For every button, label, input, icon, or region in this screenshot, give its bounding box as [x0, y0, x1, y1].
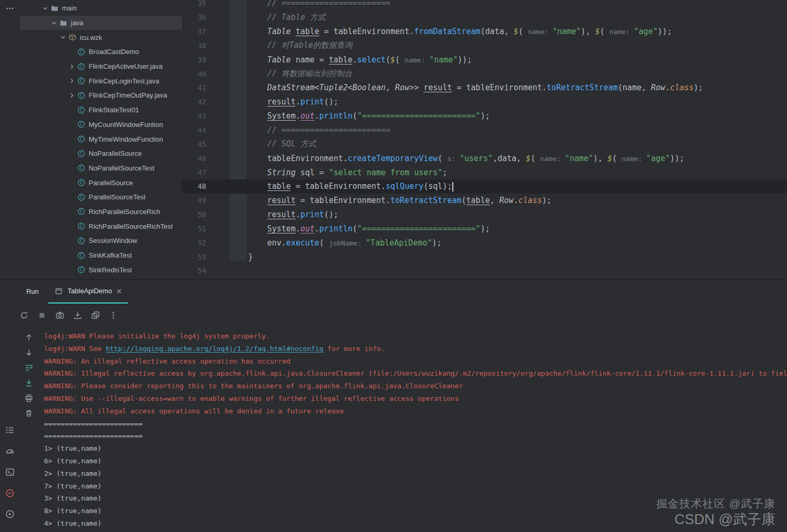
dump-icon[interactable] [72, 310, 83, 321]
line-number: 35 [182, 0, 206, 7]
watermark-line1: 掘金技术社区 @武子康 [656, 496, 775, 511]
chevron-spacer [68, 207, 76, 216]
console-text: WARNING: Use --illegal-access=warn to en… [44, 395, 459, 402]
code-line-49[interactable]: 49result = tableEnvironment.toRetractStr… [182, 194, 787, 208]
soft-wrap-icon[interactable] [24, 363, 34, 373]
console-link[interactable]: http://logging.apache.org/log4j/1.2/faq.… [105, 345, 323, 353]
chevron-spacer [68, 237, 76, 245]
code-line-42[interactable]: 42result.print(); [182, 95, 787, 109]
code-line-45[interactable]: 45// SQL 方式 [182, 137, 787, 151]
tree-item-sessionwindow[interactable]: CSessionWindow [20, 233, 182, 248]
problems-icon[interactable] [5, 488, 15, 498]
print-icon[interactable] [24, 393, 34, 403]
tree-item-mycountwindowfuntion[interactable]: CMyCountWindowFuntion [20, 118, 182, 132]
tree-item-sinkredistest[interactable]: CSinkRedisTest [20, 262, 182, 277]
console-text: 7> (true,name) [44, 482, 102, 490]
class-icon: C [77, 120, 86, 129]
rerun-icon[interactable] [19, 310, 29, 321]
tool-window-bar-bottom [0, 425, 20, 519]
code-line-54[interactable]: 54 [182, 264, 787, 278]
tree-item-broadcastdemo[interactable]: CBroadCastDemo [20, 45, 182, 59]
tree-item-flinkceptimeoutpay-java[interactable]: CFlinkCepTimeOutPay.java [20, 88, 182, 103]
code-line-37[interactable]: 37Table table = tableEnvironment.fromDat… [182, 25, 787, 39]
profiler-icon[interactable] [5, 446, 15, 456]
console-text: 8> (true,name) [44, 507, 102, 515]
screenshot-icon[interactable] [55, 310, 65, 321]
code-text: // 对Table的数据查询 [206, 40, 352, 50]
snapshots-icon[interactable] [90, 310, 101, 321]
tree-item-label: FlinkCepTimeOutPay.java [89, 91, 167, 99]
console-line: ======================== [44, 430, 787, 442]
tree-item-java[interactable]: java [20, 16, 182, 30]
console-line: WARNING: Use --illegal-access=warn to en… [44, 392, 787, 405]
code-line-44[interactable]: 44// ======================= [182, 123, 787, 137]
tree-item-icu-wzk[interactable]: icu.wzk [20, 30, 182, 45]
chevron-right-icon[interactable] [68, 91, 76, 100]
code-line-51[interactable]: 51System.out.println("==================… [182, 222, 787, 236]
tree-item-label: RichParallelSourceRichTest [89, 222, 173, 230]
tree-item-noparallelsourcetest[interactable]: CNoParallelSourceTest [20, 161, 182, 176]
code-line-39[interactable]: 39Table name = table.select($( name: "na… [182, 52, 787, 67]
services-icon[interactable] [5, 509, 15, 519]
console-line: WARNING: Please consider reporting this … [44, 380, 787, 392]
line-number: 45 [182, 140, 206, 148]
tree-item-sinkkafkatest[interactable]: CSinkKafkaTest [20, 248, 182, 263]
console-line: WARNING: An illegal reflective access op… [44, 355, 787, 368]
code-line-53[interactable]: 53} [182, 250, 787, 264]
chevron-right-icon[interactable] [68, 77, 76, 85]
arrow-up-icon[interactable] [24, 332, 34, 343]
code-line-52[interactable]: 52env.execute( jobName: "TableApiDemo"); [182, 236, 787, 250]
code-line-48[interactable]: 48table = tableEnvironment.sqlQuery(sql)… [182, 179, 787, 194]
tree-item-parallelsourcetest[interactable]: CParallelSourceTest [20, 190, 182, 205]
tree-item-label: MyTimeWindowFunction [89, 135, 163, 143]
tree-item-main[interactable]: main [20, 1, 182, 16]
svg-text:C: C [80, 50, 83, 55]
tab-close-icon[interactable] [115, 288, 123, 295]
code-line-43[interactable]: 43System.out.println("==================… [182, 109, 787, 123]
run-tab-tableapidemo[interactable]: TableApiDemo [48, 280, 129, 304]
chevron-spacer [68, 150, 76, 158]
tree-item-richparallelsourcerichtest[interactable]: CRichParallelSourceRichTest [20, 219, 182, 233]
tree-item-mytimewindowfunction[interactable]: CMyTimeWindowFunction [20, 132, 182, 146]
chevron-down-icon[interactable] [59, 33, 67, 41]
tree-item-label: ParallelSourceTest [89, 193, 145, 201]
stop-icon[interactable] [37, 310, 47, 321]
more-tool-windows-icon[interactable] [5, 3, 15, 14]
chevron-right-icon[interactable] [68, 62, 76, 71]
tree-item-flinkcepactiveuser-java[interactable]: CFlinkCepActiveUser.java [20, 59, 182, 74]
arrow-down-icon[interactable] [24, 347, 34, 358]
console-text: 2> (true,name) [44, 470, 102, 477]
line-number: 51 [182, 225, 206, 233]
console-text: ======================== [44, 432, 143, 440]
tree-item-parallelsource[interactable]: CParallelSource [20, 175, 182, 190]
code-line-46[interactable]: 46tableEnvironment.createTemporaryView( … [182, 151, 787, 165]
line-number: 42 [182, 98, 206, 106]
console-line: 1> (true,name) [44, 442, 787, 455]
terminal-icon[interactable] [5, 467, 15, 477]
tree-item-noparallelsource[interactable]: CNoParallelSource [20, 146, 182, 161]
chevron-down-icon[interactable] [50, 19, 58, 27]
code-line-38[interactable]: 38// 对Table的数据查询 [182, 39, 787, 53]
code-line-47[interactable]: 47String sql = "select name from users"; [182, 165, 787, 179]
folder-icon [50, 4, 59, 13]
code-editor[interactable]: 35// =======================36// Table 方… [182, 0, 787, 279]
line-number: 36 [182, 13, 206, 22]
tab-window-icon [54, 286, 64, 296]
tree-item-flinkceplogintest-java[interactable]: CFlinkCepLoginTest.java [20, 73, 182, 88]
more-options-icon[interactable] [108, 310, 119, 321]
code-line-40[interactable]: 40// 将数据输出到控制台 [182, 67, 787, 81]
line-number: 53 [182, 253, 206, 261]
code-text: DataStream<Tuple2<Boolean, Row>> result … [206, 83, 703, 92]
structure-icon[interactable] [5, 425, 15, 435]
code-line-36[interactable]: 36// Table 方式 [182, 10, 787, 25]
chevron-down-icon[interactable] [41, 4, 49, 13]
clear-icon[interactable] [24, 408, 34, 419]
tree-item-label: NoParallelSourceTest [89, 164, 154, 172]
scroll-to-end-icon[interactable] [24, 378, 34, 388]
code-line-50[interactable]: 50result.print(); [182, 208, 787, 222]
code-line-35[interactable]: 35// ======================= [182, 0, 787, 10]
tree-item-richparallelsourcerich[interactable]: CRichParallelSourceRich [20, 205, 182, 219]
code-line-41[interactable]: 41DataStream<Tuple2<Boolean, Row>> resul… [182, 81, 787, 95]
chevron-spacer [68, 193, 76, 201]
tree-item-flinkstatetest01[interactable]: CFlinkStateTest01 [20, 103, 182, 118]
